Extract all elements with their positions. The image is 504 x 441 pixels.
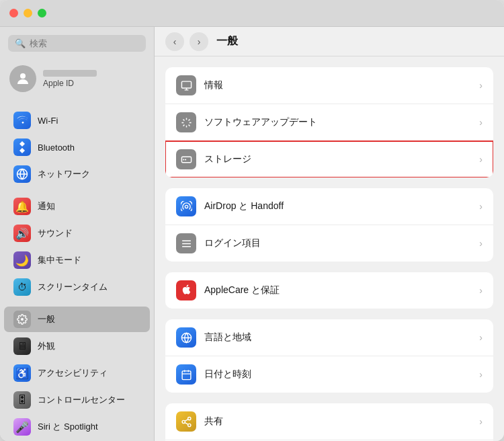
main-content: 🔍 Apple ID [0,27,504,441]
sidebar-item-bluetooth[interactable]: Bluetooth [4,134,150,160]
wifi-icon [13,112,31,129]
language-row-label: 言語と地域 [204,331,471,344]
settings-row-airdrop[interactable]: AirDrop と Handoff › [165,188,493,225]
settings-row-sharing[interactable]: 共有 › [165,403,493,440]
minimize-button[interactable] [24,9,32,17]
software-row-icon [176,112,196,132]
software-chevron: › [479,117,482,128]
storage-chevron: › [479,154,482,165]
titlebar [0,0,504,27]
svg-line-21 [185,422,188,424]
svg-point-1 [22,122,24,124]
login-row-icon [176,233,196,253]
settings-row-info[interactable]: 情報 › [165,67,493,104]
control-center-icon: 🎛 [13,391,31,409]
airdrop-chevron: › [479,201,482,212]
bluetooth-icon [13,138,31,156]
sidebar-item-control[interactable]: 🎛 コントロールセンター [4,387,150,413]
storage-row-icon [176,149,196,169]
general-icon [13,311,31,328]
settings-row-storage[interactable]: ストレージ › [165,141,493,177]
sidebar-item-network[interactable]: ネットワーク [4,161,150,187]
airdrop-row-icon [176,196,196,216]
nav-bar: ‹ › 一般 [155,27,504,56]
settings-row-datetime[interactable]: 日付と時刻 › [165,356,493,393]
sidebar-label-bluetooth: Bluetooth [38,143,75,153]
apple-id-section[interactable]: Apple ID [0,60,154,97]
settings-row-applecare[interactable]: AppleCare と保証 › [165,272,493,309]
focus-icon: 🌙 [13,251,31,269]
search-box[interactable]: 🔍 [8,35,146,52]
back-icon: ‹ [173,36,177,47]
svg-point-18 [187,417,190,419]
apple-id-label: Apple ID [43,79,97,88]
back-button[interactable]: ‹ [165,32,184,51]
sidebar-item-siri[interactable]: 🎤 Siri と Spotlight [4,414,150,440]
screentime-icon: ⏱ [13,278,31,296]
search-input[interactable] [30,38,139,48]
settings-group-3: AppleCare と保証 › [165,272,493,309]
login-chevron: › [479,238,482,249]
maximize-button[interactable] [38,9,46,17]
right-panel: ‹ › 一般 [155,27,504,441]
datetime-row-label: 日付と時刻 [204,368,471,380]
datetime-row-icon [176,364,196,385]
sidebar-label-appearance: 外観 [38,340,55,352]
datetime-chevron: › [479,369,482,380]
appearance-icon: 🖥 [13,337,31,355]
network-icon [13,165,31,183]
settings-row-login[interactable]: ログイン項目 › [165,225,493,262]
svg-point-0 [20,73,26,79]
svg-line-22 [185,419,188,421]
forward-icon: › [198,36,201,47]
system-preferences-window: 🔍 Apple ID [0,0,504,441]
settings-group-4: 言語と地域 › 日付と時刻 › [165,319,493,393]
sharing-chevron: › [479,416,482,427]
info-row-label: 情報 [204,79,471,91]
settings-row-software[interactable]: ソフトウェアアップデート › [165,104,493,141]
settings-row-language[interactable]: 言語と地域 › [165,319,493,356]
settings-group-1: 情報 › ソフトウェアアップデート › [165,67,493,177]
notification-icon: 🔔 [13,198,31,215]
info-chevron: › [479,80,482,91]
sidebar-item-accessibility[interactable]: ♿ アクセシビリティ [4,360,150,386]
svg-point-4 [21,318,24,321]
applecare-chevron: › [479,285,482,296]
sidebar-label-notification: 通知 [38,200,55,212]
svg-point-19 [182,420,185,423]
sidebar-label-siri: Siri と Spotlight [38,421,98,433]
sidebar-label-focus: 集中モード [38,254,81,266]
airdrop-row-label: AirDrop と Handoff [204,200,471,212]
settings-group-2: AirDrop と Handoff › ログイン項目 › [165,188,493,262]
sidebar-item-focus[interactable]: 🌙 集中モード [4,247,150,273]
sidebar-item-screentime[interactable]: ⏱ スクリーンタイム [4,274,150,300]
settings-group-5: 共有 › Time Machine › [165,403,493,441]
svg-rect-14 [182,370,191,379]
page-title: 一般 [216,34,238,48]
search-icon: 🔍 [15,38,26,48]
sidebar-item-general[interactable]: 一般 [4,307,150,332]
traffic-lights [9,9,46,17]
accessibility-icon: ♿ [13,364,31,382]
forward-button[interactable]: › [190,32,208,51]
language-chevron: › [479,332,482,343]
sidebar-label-screentime: スクリーンタイム [38,281,108,293]
avatar [9,65,36,92]
info-row-icon [176,75,196,95]
apple-id-text: Apple ID [43,70,97,88]
sidebar-label-sound: サウンド [38,227,73,239]
siri-icon: 🎤 [13,418,31,436]
sidebar-item-wifi[interactable]: Wi-Fi [4,108,150,133]
storage-row-label: ストレージ [204,153,471,165]
apple-id-name-blur [43,70,97,77]
applecare-row-icon [176,280,196,300]
sidebar-item-notification[interactable]: 🔔 通知 [4,194,150,219]
sharing-row-label: 共有 [204,415,471,428]
sidebar-label-accessibility: アクセシビリティ [38,367,108,379]
sidebar: 🔍 Apple ID [0,27,155,441]
sidebar-item-appearance[interactable]: 🖥 外観 [4,333,150,359]
language-row-icon [176,327,196,348]
close-button[interactable] [9,9,18,17]
svg-point-20 [187,424,190,426]
sidebar-item-sound[interactable]: 🔊 サウンド [4,220,150,246]
